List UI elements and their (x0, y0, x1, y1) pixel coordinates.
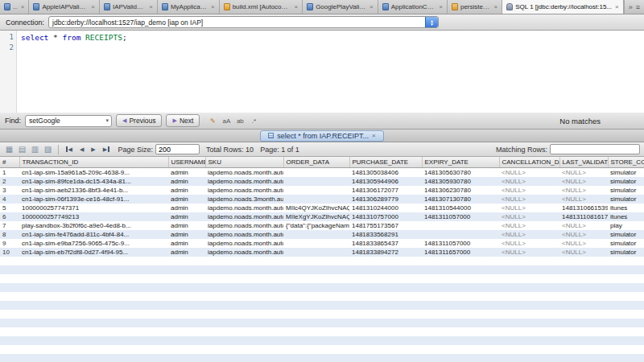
tab-close-icon[interactable]: × (91, 3, 95, 10)
tab-myapplication-java[interactable]: MyApplication.java× (158, 0, 220, 14)
table-cell: itunes (608, 204, 644, 212)
insert-record-icon[interactable]: ▤ (17, 145, 27, 154)
table-header-row: #TRANSACTION_IDUSERNAMESKUORDER_DATAPURC… (0, 157, 644, 167)
tab-build-xml-autocompletetext[interactable]: build.xml [AutocompleteText]× (220, 0, 303, 14)
tab-close-icon[interactable]: × (494, 3, 498, 10)
tab-close-icon[interactable]: × (369, 3, 374, 10)
table-cell: 10 (0, 248, 19, 257)
find-input[interactable]: setGoogle ▾ (25, 115, 112, 127)
result-close-icon[interactable]: × (372, 132, 376, 139)
delete-record-icon[interactable]: ▥ (30, 145, 40, 154)
tab-tor[interactable]: ..tor× (0, 0, 29, 14)
tab-close-icon[interactable]: × (149, 3, 153, 10)
column-header-store-code[interactable]: STORE_CODE (608, 157, 644, 167)
empty-cell (559, 327, 608, 336)
empty-cell (499, 345, 559, 354)
empty-cell (499, 274, 559, 283)
tab-label: ..tor (13, 3, 18, 10)
tab-close-icon[interactable]: × (294, 3, 298, 10)
table-row[interactable]: 2cn1-iap-sim-89fce1da-dc15-434a-81...adm… (0, 177, 644, 186)
tab-googleplayvalidator-java[interactable]: GooglePlayValidator.java× (303, 0, 378, 14)
empty-cell (0, 283, 19, 292)
empty-cell (499, 310, 559, 319)
empty-cell (168, 283, 205, 292)
tab-close-icon[interactable]: × (21, 3, 25, 10)
table-row[interactable]: 9cn1-iap-sim-e9ba7256-9065-475c-9...admi… (0, 239, 644, 248)
table-cell: simulator (608, 230, 644, 239)
tab-list-icon[interactable]: ≡ (636, 3, 640, 11)
column-header-last-validated[interactable]: LAST_VALIDATED (559, 157, 608, 167)
table-cell: 8 (0, 230, 19, 239)
match-case-icon[interactable]: aA (221, 115, 232, 126)
empty-table-row (0, 274, 644, 283)
commit-record-icon[interactable]: ▨ (43, 145, 53, 154)
table-cell: iapdemo.noads.month.auto (205, 221, 283, 230)
tab-applicationconfig-java[interactable]: ApplicationConfig.java× (378, 0, 448, 14)
first-page-button[interactable]: ◀ (64, 146, 75, 153)
table-cell: <NULL> (499, 221, 559, 230)
table-row[interactable]: 51000000257747371adminiapdemo.noads.mont… (0, 204, 644, 212)
matching-rows-input[interactable] (550, 144, 640, 154)
column-header-sku[interactable]: SKU (205, 157, 283, 167)
sql-code[interactable]: select * from RECEIPTS; (17, 31, 127, 113)
tab-close-icon[interactable]: × (439, 3, 443, 10)
previous-page-button[interactable]: ◀ (77, 146, 86, 153)
tab-sql-1-jdbc-derby-localhost-1[interactable]: SQL 1 [jdbc:derby://localhost:15...× (502, 0, 623, 14)
table-cell: <NULL> (499, 230, 559, 239)
connection-select[interactable]: jdbc:derby://localhost:1527/iap_demo [ia… (48, 16, 439, 28)
empty-cell (608, 327, 644, 336)
next-page-button[interactable]: ▶ (89, 146, 97, 153)
table-row[interactable]: 8cn1-iap-sim-fe476add-811c-4bf4-84...adm… (0, 230, 644, 239)
table-row[interactable]: 3cn1-iap-sim-aeb21336-8bf3-4e41-b...admi… (0, 186, 644, 195)
connection-value: jdbc:derby://localhost:1527/iap_demo [ia… (52, 19, 203, 27)
edit-cell-icon[interactable]: ▦ (4, 145, 14, 154)
whole-word-icon[interactable]: ab (234, 115, 246, 126)
tab-close-icon[interactable]: × (211, 3, 215, 10)
page-size-input[interactable] (155, 144, 200, 154)
tab-persistence-xml[interactable]: persistence.xml× (448, 0, 502, 14)
table-cell: simulator (608, 239, 644, 248)
empty-cell (283, 274, 349, 283)
tab-overflow-icon[interactable]: » (629, 3, 633, 11)
table-row[interactable]: 1cn1-iap-sim-15a961a5-209c-4638-9...admi… (0, 167, 644, 177)
empty-cell (283, 265, 349, 274)
regex-icon[interactable]: .* (248, 115, 259, 126)
tab-appleiapvalidator-java[interactable]: AppleIAPValidator.java× (29, 0, 99, 14)
last-page-button[interactable]: ▶ (101, 146, 112, 153)
find-previous-button[interactable]: ◀ Previous (116, 114, 162, 127)
find-next-button[interactable]: ▶ Next (166, 114, 200, 127)
table-cell: <NULL> (499, 186, 559, 195)
column-header-transaction-id[interactable]: TRANSACTION_ID (19, 157, 168, 167)
table-row[interactable]: 61000000257749213adminiapdemo.noads.mont… (0, 212, 644, 221)
table-row[interactable]: 7play-sandbox-3b2f0f6c-a9e0-4ed8-b...adm… (0, 221, 644, 230)
tab-iapvalidator-java[interactable]: IAPValidator.java× (100, 0, 158, 14)
empty-cell (499, 354, 559, 362)
find-dropdown-icon[interactable]: ▾ (106, 117, 109, 124)
column-header-purchase-date[interactable]: PURCHASE_DATE (349, 157, 422, 167)
table-cell: 1481311081617 (559, 212, 608, 221)
column-header-expiry-date[interactable]: EXPIRY_DATE (422, 157, 499, 167)
result-window-tab[interactable]: select * from IAP.RECEIPT... × (260, 130, 384, 142)
table-row[interactable]: 4cn1-iap-sim-06f1393e-ce16-48cf-91...adm… (0, 195, 644, 204)
table-cell: <NULL> (499, 248, 559, 257)
results-body: 1cn1-iap-sim-15a961a5-209c-4638-9...admi… (0, 167, 644, 362)
sql-editor[interactable]: 1 2 select * from RECEIPTS; (0, 31, 644, 113)
connection-dropdown-icon[interactable]: ▲ ▼ (425, 17, 438, 27)
column-header-username[interactable]: USERNAME (168, 157, 205, 167)
next-arrow-icon: ▶ (172, 117, 176, 124)
table-cell: 2 (0, 177, 19, 186)
empty-cell (0, 274, 19, 283)
highlight-results-icon[interactable]: ✎ (207, 115, 218, 126)
column-header--[interactable]: # (0, 157, 19, 167)
table-row[interactable]: 10cn1-iap-sim-eb7f2df8-0d27-4f94-95...ad… (0, 248, 644, 257)
table-cell: iapdemo.noads.3month.auto (205, 195, 283, 204)
table-cell: simulator (608, 177, 644, 186)
tab-close-icon[interactable]: × (615, 3, 619, 10)
table-cell: itunes (608, 212, 644, 221)
column-header-order-data[interactable]: ORDER_DATA (283, 157, 349, 167)
column-header-cancellation-date[interactable]: CANCELLATION_DATE (499, 157, 559, 167)
table-cell: 1481310544000 (422, 204, 499, 212)
table-cell: iapdemo.noads.month.auto (205, 177, 283, 186)
empty-cell (0, 301, 19, 310)
results-table: #TRANSACTION_IDUSERNAMESKUORDER_DATAPURC… (0, 157, 644, 362)
